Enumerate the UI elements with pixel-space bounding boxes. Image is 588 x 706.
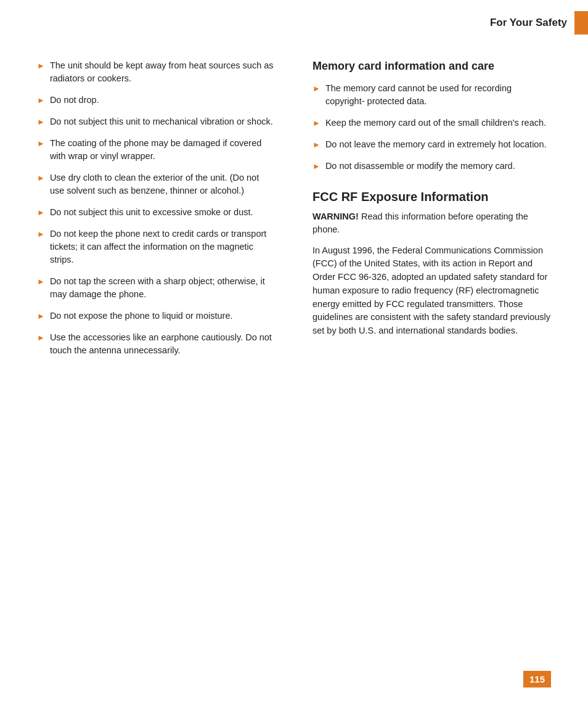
bullet-arrow-icon: ► (312, 118, 321, 129)
list-item-text: Do not tap the screen with a sharp objec… (50, 275, 276, 301)
header-title: For Your Safety (490, 17, 574, 29)
left-bullet-list: ►The unit should be kept away from heat … (37, 59, 276, 357)
bullet-arrow-icon: ► (37, 332, 45, 344)
fcc-title: FCC RF Exposure Information (312, 190, 551, 204)
memory-card-title: Memory card information and care (312, 59, 551, 73)
list-item-text: Do not keep the phone next to credit car… (50, 228, 276, 266)
content-area: ►The unit should be kept away from heat … (0, 47, 588, 390)
list-item: ►The memory card cannot be used for reco… (312, 82, 551, 108)
bullet-arrow-icon: ► (37, 276, 45, 288)
bullet-arrow-icon: ► (37, 173, 45, 184)
left-column: ►The unit should be kept away from heat … (37, 59, 282, 366)
list-item: ►Do not expose the phone to liquid or mo… (37, 310, 276, 322)
right-column: Memory card information and care ►The me… (306, 59, 551, 366)
fcc-body-text: In August 1996, the Federal Communicatio… (312, 244, 551, 338)
list-item: ►The unit should be kept away from heat … (37, 59, 276, 85)
list-item: ►Do not disassemble or modify the memory… (312, 160, 551, 173)
list-item-text: The coating of the phone may be damaged … (50, 137, 276, 163)
header-accent-bar (574, 11, 588, 35)
bullet-arrow-icon: ► (37, 311, 45, 322)
bullet-arrow-icon: ► (37, 117, 45, 128)
list-item: ►Do not keep the phone next to credit ca… (37, 228, 276, 266)
warning-paragraph: WARNING! Read this information before op… (312, 210, 551, 236)
list-item: ►Use the accessories like an earphone ca… (37, 331, 276, 357)
list-item-text: Keep the memory card out of the small ch… (325, 117, 546, 129)
bullet-arrow-icon: ► (37, 207, 45, 219)
list-item-text: Do not expose the phone to liquid or moi… (50, 310, 233, 322)
list-item: ►Do not subject this unit to mechanical … (37, 115, 276, 128)
list-item-text: Do not leave the memory card in extremel… (325, 138, 547, 151)
memory-card-list: ►The memory card cannot be used for reco… (312, 82, 551, 173)
list-item: ►Keep the memory card out of the small c… (312, 117, 551, 129)
list-item-text: Use the accessories like an earphone cau… (50, 331, 276, 357)
bullet-arrow-icon: ► (37, 229, 45, 240)
list-item: ►Use dry cloth to clean the exterior of … (37, 171, 276, 197)
page-header: For Your Safety (0, 0, 588, 41)
list-item-text: Use dry cloth to clean the exterior of t… (50, 171, 276, 197)
list-item: ►Do not drop. (37, 94, 276, 107)
list-item-text: Do not disassemble or modify the memory … (325, 160, 515, 173)
bullet-arrow-icon: ► (312, 83, 321, 95)
list-item-text: Do not subject this unit to excessive sm… (50, 206, 253, 219)
memory-card-section: Memory card information and care ►The me… (312, 59, 551, 173)
bullet-arrow-icon: ► (312, 139, 321, 151)
list-item-text: Do not subject this unit to mechanical v… (50, 115, 273, 128)
page-number: 115 (523, 671, 551, 688)
list-item-text: Do not drop. (50, 94, 99, 107)
warning-label: WARNING! (312, 211, 359, 221)
list-item-text: The memory card cannot be used for recor… (325, 82, 551, 108)
list-item-text: The unit should be kept away from heat s… (50, 59, 276, 85)
list-item: ►Do not leave the memory card in extreme… (312, 138, 551, 151)
fcc-section: FCC RF Exposure Information WARNING! Rea… (312, 190, 551, 337)
list-item: ►Do not tap the screen with a sharp obje… (37, 275, 276, 301)
bullet-arrow-icon: ► (37, 60, 45, 72)
bullet-arrow-icon: ► (312, 161, 321, 173)
list-item: ►Do not subject this unit to excessive s… (37, 206, 276, 219)
list-item: ►The coating of the phone may be damaged… (37, 137, 276, 163)
bullet-arrow-icon: ► (37, 138, 45, 150)
bullet-arrow-icon: ► (37, 95, 45, 107)
